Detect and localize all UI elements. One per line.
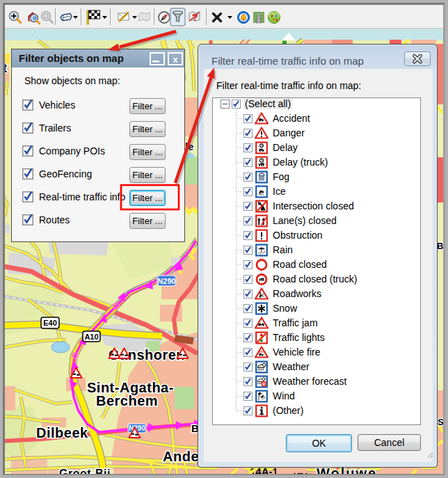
svg-text:Dilbeek: Dilbeek: [36, 425, 88, 440]
svg-text:E40: E40: [43, 319, 57, 327]
svg-text:Br: Br: [437, 241, 443, 251]
svg-text:A10: A10: [84, 333, 98, 341]
svg-text:Groot-Bij: Groot-Bij: [59, 468, 111, 474]
svg-text:S: S: [438, 417, 443, 427]
svg-text:le: le: [185, 141, 194, 152]
svg-text:?: ?: [192, 11, 198, 23]
svg-text:t: t: [5, 61, 8, 75]
svg-text:Ande: Ande: [163, 449, 199, 464]
svg-text:N290: N290: [157, 277, 175, 285]
svg-text:Berchem: Berchem: [96, 393, 158, 408]
svg-text:x: x: [173, 54, 178, 65]
